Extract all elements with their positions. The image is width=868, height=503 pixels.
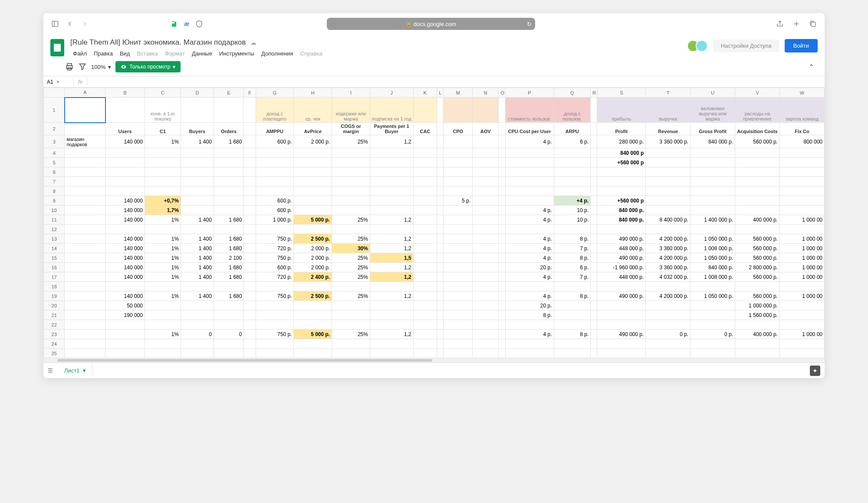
cell[interactable]: [65, 263, 105, 272]
cell[interactable]: стоимость пользов.: [505, 98, 554, 123]
cell[interactable]: [413, 225, 437, 234]
cell[interactable]: [413, 291, 437, 301]
column-header[interactable]: Q: [554, 88, 591, 98]
cell[interactable]: [256, 339, 294, 349]
cell[interactable]: [505, 158, 554, 167]
spreadsheet-grid[interactable]: ABCDEFGHIJKLMNOPQRSTUVW1конв. в 1-ю поку…: [43, 88, 825, 358]
column-header[interactable]: U: [690, 88, 735, 98]
cell[interactable]: [294, 301, 332, 310]
cell[interactable]: 750 р.: [256, 234, 294, 244]
collapse-toolbar-icon[interactable]: ⌃: [809, 63, 814, 71]
cell[interactable]: [65, 167, 105, 177]
cell[interactable]: 140 000: [105, 253, 145, 263]
cell[interactable]: [181, 225, 214, 234]
cell[interactable]: 1 560 000 р.: [735, 310, 780, 320]
cell[interactable]: 10 р.: [554, 206, 591, 215]
cell[interactable]: [413, 320, 437, 330]
cell[interactable]: 840 000 р: [597, 148, 646, 158]
cell[interactable]: [181, 301, 214, 310]
cell[interactable]: [472, 215, 499, 225]
cell[interactable]: [65, 98, 105, 123]
cell[interactable]: 7 р.: [554, 272, 591, 282]
row-header[interactable]: 2: [44, 123, 65, 135]
cell[interactable]: [735, 196, 780, 206]
cell[interactable]: 30%: [332, 244, 370, 253]
cell[interactable]: [499, 167, 505, 177]
cell[interactable]: 4 р.: [505, 291, 554, 301]
cell[interactable]: 1 400: [181, 253, 214, 263]
cell[interactable]: 400 000 р.: [735, 330, 780, 339]
cell[interactable]: 1 400: [181, 215, 214, 225]
cell[interactable]: Users: [105, 123, 145, 135]
cell[interactable]: [499, 310, 505, 320]
cell[interactable]: 1,5: [370, 253, 413, 263]
cell[interactable]: 1 000 00: [779, 234, 824, 244]
cell[interactable]: [690, 167, 735, 177]
cell[interactable]: [256, 301, 294, 310]
cell[interactable]: 25%: [332, 330, 370, 339]
cell[interactable]: 1 008 000 р.: [690, 244, 735, 253]
cell[interactable]: [437, 196, 444, 206]
cell[interactable]: 20 р.: [505, 301, 554, 310]
cell[interactable]: [244, 177, 256, 186]
cell[interactable]: [499, 148, 505, 158]
cell[interactable]: AMPPU: [256, 123, 294, 135]
share-icon[interactable]: [775, 19, 785, 29]
cell[interactable]: [779, 225, 824, 234]
cell[interactable]: [145, 177, 181, 186]
cell[interactable]: [145, 301, 181, 310]
cell[interactable]: [413, 244, 437, 253]
cell[interactable]: 4 р.: [505, 206, 554, 215]
cell[interactable]: [444, 291, 473, 301]
cell[interactable]: 490 000 р.: [597, 330, 646, 339]
cell[interactable]: [591, 339, 597, 349]
cell[interactable]: 750 р.: [256, 253, 294, 263]
cell[interactable]: [332, 339, 370, 349]
cell[interactable]: [597, 310, 646, 320]
cell[interactable]: [244, 215, 256, 225]
cell[interactable]: [779, 320, 824, 330]
cell[interactable]: [690, 196, 735, 206]
cell[interactable]: [256, 186, 294, 196]
column-header[interactable]: M: [444, 88, 473, 98]
cell[interactable]: 25%: [332, 253, 370, 263]
cell[interactable]: 280 000 р.: [597, 135, 646, 148]
cell[interactable]: [181, 158, 214, 167]
cell[interactable]: доход с платящего: [256, 98, 294, 123]
row-header[interactable]: 8: [44, 186, 65, 196]
cell[interactable]: [437, 148, 444, 158]
cell[interactable]: [244, 263, 256, 272]
cell[interactable]: [413, 98, 437, 123]
row-header[interactable]: 12: [44, 225, 65, 234]
cell[interactable]: [244, 301, 256, 310]
cell[interactable]: [499, 177, 505, 186]
cell[interactable]: [591, 158, 597, 167]
row-header[interactable]: 24: [44, 339, 65, 349]
cell[interactable]: Fix Co: [779, 123, 824, 135]
cell[interactable]: [499, 253, 505, 263]
cell[interactable]: [505, 148, 554, 158]
cell[interactable]: 560 000 р.: [735, 244, 780, 253]
cell[interactable]: [244, 282, 256, 291]
cell[interactable]: [65, 291, 105, 301]
cell[interactable]: [554, 349, 591, 358]
cell[interactable]: 6 р.: [554, 135, 591, 148]
cell[interactable]: 1 400 000 р.: [690, 215, 735, 225]
cell[interactable]: [690, 148, 735, 158]
cell[interactable]: [646, 206, 690, 215]
cell[interactable]: [735, 206, 780, 215]
cell[interactable]: [499, 196, 505, 206]
column-header[interactable]: R: [591, 88, 597, 98]
cell[interactable]: [181, 186, 214, 196]
cell[interactable]: ср. чек: [294, 98, 332, 123]
cell[interactable]: [444, 244, 473, 253]
shield-icon[interactable]: [194, 19, 204, 29]
cell[interactable]: [294, 206, 332, 215]
cell[interactable]: [244, 320, 256, 330]
cell[interactable]: [65, 339, 105, 349]
cell[interactable]: 2 500 р.: [294, 291, 332, 301]
column-header[interactable]: W: [779, 88, 824, 98]
cell[interactable]: [145, 310, 181, 320]
row-header[interactable]: 14: [44, 244, 65, 253]
cell[interactable]: [499, 320, 505, 330]
